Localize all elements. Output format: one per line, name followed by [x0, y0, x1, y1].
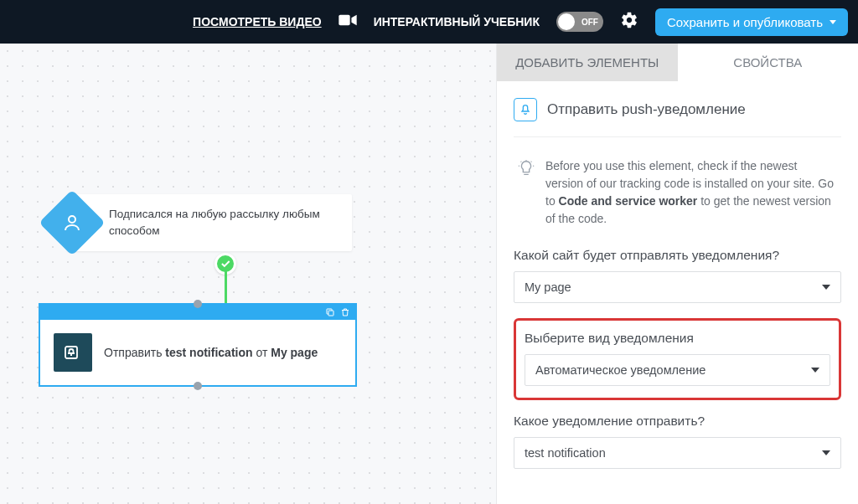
- bell-icon: [514, 98, 537, 121]
- header: ПОСМОТРЕТЬ ВИДЕО ИНТЕРАКТИВНЫЙ УЧЕБНИК O…: [0, 0, 858, 44]
- tab-add-elements[interactable]: ДОБАВИТЬ ЭЛЕМЕНТЫ: [497, 44, 678, 81]
- node-connector-bottom[interactable]: [194, 382, 202, 390]
- tab-properties[interactable]: СВОЙСТВА: [678, 44, 859, 81]
- site-select-value: My page: [525, 280, 571, 294]
- chevron-down-icon: [822, 450, 830, 455]
- hint-text: Before you use this element, check if th…: [545, 157, 838, 228]
- tutorial-toggle[interactable]: OFF: [556, 12, 603, 32]
- element-title-text: Отправить push-уведомление: [547, 101, 746, 118]
- type-select-value: Автоматическое уведомление: [535, 363, 706, 377]
- push-notification-icon: [54, 333, 92, 372]
- gear-icon[interactable]: [620, 11, 638, 33]
- publish-button[interactable]: Сохранить и опубликовать: [655, 8, 848, 36]
- which-select-value: test notification: [525, 446, 606, 460]
- trigger-node[interactable]: Подписался на любую рассылку любым спосо…: [67, 194, 352, 251]
- node-connector-top[interactable]: [194, 300, 202, 308]
- trigger-icon-wrap: [49, 199, 96, 246]
- site-select[interactable]: My page: [514, 271, 841, 303]
- field-which: Какое уведомление отправить? test notifi…: [514, 414, 841, 469]
- toggle-off-label: OFF: [581, 18, 598, 27]
- camera-icon: [339, 13, 357, 30]
- hint-box: Before you use this element, check if th…: [514, 157, 841, 228]
- panel-tabs: ДОБАВИТЬ ЭЛЕМЕНТЫ СВОЙСТВА: [497, 44, 858, 81]
- element-title: Отправить push-уведомление: [514, 98, 841, 137]
- main: Подписался на любую рассылку любым спосо…: [0, 44, 858, 504]
- copy-icon[interactable]: [325, 307, 335, 317]
- which-label: Какое уведомление отправить?: [514, 414, 841, 429]
- which-select[interactable]: test notification: [514, 437, 841, 469]
- panel-body: Отправить push-уведомление Before you us…: [497, 81, 858, 484]
- workflow-canvas[interactable]: Подписался на любую рассылку любым спосо…: [0, 44, 496, 504]
- svg-rect-0: [339, 15, 349, 25]
- svg-point-1: [69, 216, 75, 223]
- site-label: Какой сайт будет отправлять уведомления?: [514, 248, 841, 263]
- diamond-icon: [39, 189, 105, 255]
- svg-rect-2: [328, 311, 333, 316]
- trash-icon[interactable]: [340, 307, 350, 317]
- trigger-text: Подписался на любую рассылку любым спосо…: [67, 206, 352, 239]
- type-label: Выберите вид уведомления: [525, 331, 830, 346]
- action-node-selected[interactable]: Отправить test notification от My page: [39, 303, 357, 387]
- notification-type-highlight: Выберите вид уведомления Автоматическое …: [514, 318, 841, 400]
- action-body: Отправить test notification от My page: [40, 320, 355, 385]
- tutorial-label: ИНТЕРАКТИВНЫЙ УЧЕБНИК: [374, 15, 540, 28]
- watch-video-link[interactable]: ПОСМОТРЕТЬ ВИДЕО: [193, 15, 322, 28]
- field-site: Какой сайт будет отправлять уведомления?…: [514, 248, 841, 303]
- type-select[interactable]: Автоматическое уведомление: [525, 354, 830, 386]
- field-type: Выберите вид уведомления Автоматическое …: [525, 331, 830, 386]
- chevron-down-icon: [811, 368, 819, 373]
- chevron-down-icon: [822, 285, 830, 290]
- toggle-knob: [558, 13, 575, 30]
- publish-button-label: Сохранить и опубликовать: [667, 15, 823, 29]
- properties-panel: ДОБАВИТЬ ЭЛЕМЕНТЫ СВОЙСТВА Отправить pus…: [496, 44, 858, 504]
- chevron-down-icon: [830, 20, 836, 24]
- action-text: Отправить test notification от My page: [104, 346, 318, 359]
- lightbulb-icon: [517, 159, 535, 228]
